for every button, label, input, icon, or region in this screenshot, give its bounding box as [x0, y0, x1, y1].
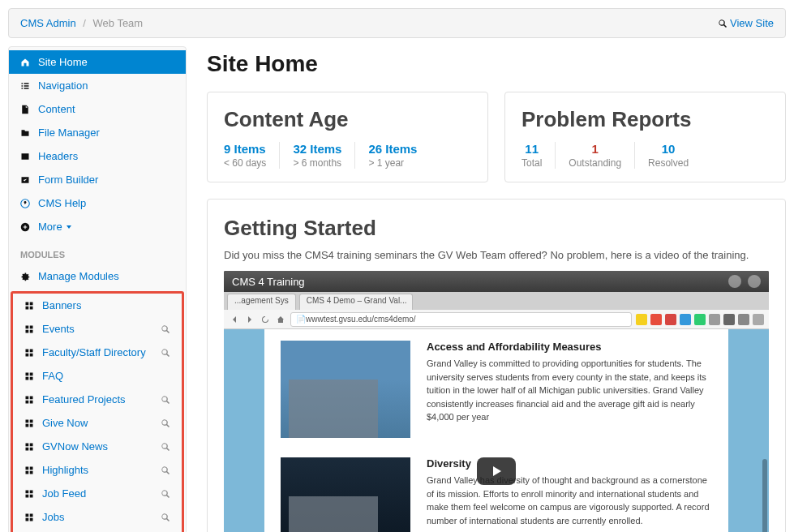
- search-icon[interactable]: [161, 442, 170, 452]
- grid-icon: [24, 442, 36, 452]
- search-icon[interactable]: [161, 418, 170, 428]
- stat-item[interactable]: 11Total: [521, 142, 556, 169]
- view-site-link[interactable]: View Site: [718, 17, 774, 29]
- image-icon: [20, 152, 32, 161]
- grid-icon: [24, 418, 36, 428]
- home-icon: [275, 314, 286, 325]
- folder-icon: [20, 128, 32, 138]
- modules-header: MODULES: [9, 238, 186, 264]
- module-item-highlights[interactable]: Highlights: [13, 458, 182, 482]
- getting-started-card: Getting Started Did you miss the CMS4 tr…: [207, 199, 786, 532]
- problem-reports-card: Problem Reports 11Total1Outstanding10Res…: [504, 92, 786, 182]
- module-item-events[interactable]: Events: [13, 317, 182, 341]
- stat-item[interactable]: 32 Items> 6 months: [280, 142, 355, 169]
- list-icon: [20, 81, 32, 91]
- share-icon[interactable]: [748, 275, 761, 288]
- browser-tab: ...agement Sys: [227, 294, 296, 310]
- grid-icon: [24, 489, 36, 499]
- stat-item[interactable]: 26 Items> 1 year: [355, 142, 430, 169]
- sidebar-item-navigation[interactable]: Navigation: [9, 74, 186, 97]
- getting-started-text: Did you miss the CMS4 training seminars …: [224, 249, 769, 261]
- grid-icon: [24, 301, 36, 311]
- module-item-give-now[interactable]: Give Now: [13, 411, 182, 435]
- plus-icon: [20, 222, 32, 232]
- grid-icon: [24, 513, 36, 522]
- module-item-faculty-staff-directory[interactable]: Faculty/Staff Directory: [13, 341, 182, 364]
- reload-icon: [260, 314, 271, 325]
- home-icon: [20, 58, 32, 67]
- article-image: [281, 341, 410, 438]
- manage-modules-link[interactable]: Manage Modules: [9, 264, 186, 288]
- browser-tab: CMS 4 Demo – Grand Val...: [299, 294, 413, 310]
- search-icon[interactable]: [161, 513, 170, 522]
- address-bar: 📄 wwwtest.gvsu.edu/cms4demo/: [290, 312, 632, 327]
- sidebar-item-file-manager[interactable]: File Manager: [9, 121, 186, 144]
- video-browser-chrome: ...agement Sys CMS 4 Demo – Grand Val...…: [224, 292, 769, 329]
- search-icon[interactable]: [161, 489, 170, 499]
- sidebar-item-headers[interactable]: Headers: [9, 144, 186, 168]
- sidebar: Site HomeNavigationContentFile ManagerHe…: [8, 46, 187, 532]
- grid-icon: [24, 466, 36, 475]
- article-body: Grand Valley has diversity of thought an…: [427, 474, 712, 527]
- stat-item[interactable]: 1Outstanding: [556, 142, 635, 169]
- module-item-gvnow-news[interactable]: GVNow News: [13, 435, 182, 458]
- video-page-preview: Access and Affordability Measures Grand …: [224, 329, 769, 532]
- page-title: Site Home: [207, 51, 786, 77]
- stat-item[interactable]: 9 Items< 60 days: [224, 142, 280, 169]
- search-icon[interactable]: [161, 324, 170, 334]
- module-item-jobs[interactable]: Jobs: [13, 505, 182, 529]
- content-age-title: Content Age: [224, 107, 471, 132]
- content-age-card: Content Age 9 Items< 60 days32 Items> 6 …: [207, 92, 488, 182]
- sidebar-item-cms-help[interactable]: CMS Help: [9, 191, 186, 215]
- module-item-banners[interactable]: Banners: [13, 294, 182, 317]
- search-icon[interactable]: [161, 466, 170, 475]
- problem-reports-title: Problem Reports: [521, 107, 769, 132]
- grid-icon: [24, 348, 36, 358]
- getting-started-title: Getting Started: [224, 216, 769, 241]
- module-item-news[interactable]: News: [13, 529, 182, 532]
- back-icon: [229, 314, 240, 325]
- search-icon[interactable]: [161, 348, 170, 358]
- modules-list-highlighted: BannersEventsFaculty/Staff DirectoryFAQF…: [11, 291, 184, 532]
- grid-icon: [24, 395, 36, 405]
- grid-icon: [24, 324, 36, 334]
- main-content: Site Home Content Age 9 Items< 60 days32…: [207, 46, 786, 532]
- article-title: Access and Affordability Measures: [427, 341, 712, 353]
- watch-later-icon[interactable]: [728, 275, 741, 288]
- check-icon: [20, 175, 32, 185]
- article-body: Grand Valley is committed to providing o…: [427, 357, 712, 424]
- sidebar-item-form-builder[interactable]: Form Builder: [9, 168, 186, 191]
- forward-icon: [244, 314, 255, 325]
- stat-item[interactable]: 10Resolved: [635, 142, 702, 169]
- video-embed[interactable]: CMS 4 Training ...agement Sys CMS 4 Demo…: [224, 271, 769, 532]
- gear-icon: [20, 272, 32, 281]
- breadcrumb: CMS Admin / Web Team: [20, 17, 143, 29]
- breadcrumb-root[interactable]: CMS Admin: [20, 17, 76, 29]
- grid-icon: [24, 371, 36, 381]
- article-title: Diversity: [427, 457, 712, 470]
- extension-icons: [636, 314, 764, 325]
- article-image: [281, 457, 410, 532]
- play-button[interactable]: [477, 457, 516, 485]
- sidebar-item-more[interactable]: More: [9, 215, 186, 238]
- sidebar-item-content[interactable]: Content: [9, 97, 186, 121]
- video-title-bar: CMS 4 Training: [224, 271, 769, 292]
- magnify-icon: [718, 19, 727, 28]
- sidebar-item-site-home[interactable]: Site Home: [9, 50, 186, 74]
- module-item-job-feed[interactable]: Job Feed: [13, 482, 182, 505]
- top-bar: CMS Admin / Web Team View Site: [8, 8, 786, 38]
- module-item-faq[interactable]: FAQ: [13, 364, 182, 388]
- module-item-featured-projects[interactable]: Featured Projects: [13, 388, 182, 411]
- file-icon: [20, 105, 32, 114]
- help-icon: [20, 199, 32, 208]
- breadcrumb-current: Web Team: [93, 17, 144, 29]
- scrollbar-thumb[interactable]: [762, 459, 767, 532]
- search-icon[interactable]: [161, 395, 170, 405]
